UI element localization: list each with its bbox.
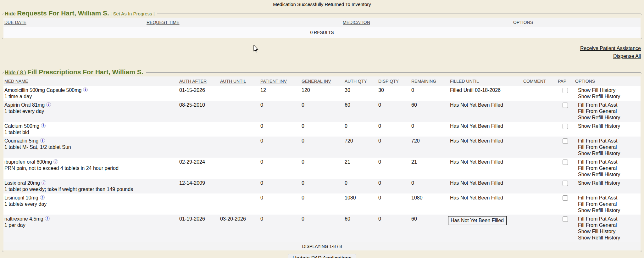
option-link[interactable]: Show Refill History — [578, 115, 641, 121]
option-link[interactable]: Show Refill History — [578, 93, 641, 100]
med-name-cell: Amoxicillin 500mg Capsule 500mgi 1 time … — [3, 86, 178, 101]
med-sig: 1 tablet bid — [4, 129, 178, 136]
option-link[interactable]: Fill From Pat Asst — [578, 195, 641, 201]
requests-section-title: Requests For Hart, William S. — [17, 9, 109, 17]
option-link[interactable]: Show Refill History — [578, 123, 641, 129]
options-cell: Show Refill History — [574, 122, 641, 137]
filled-until-status: Has Not Yet Been Filled — [450, 180, 503, 186]
pap-checkbox[interactable] — [563, 103, 568, 108]
filled-until-status: Has Not Yet Been Filled — [450, 123, 503, 129]
auth-qty-cell: 30 — [344, 86, 377, 101]
option-link[interactable]: Show Refill History — [578, 235, 641, 241]
info-icon[interactable]: i — [41, 123, 46, 128]
info-icon[interactable]: i — [46, 102, 51, 107]
option-link[interactable]: Fill From General — [578, 165, 641, 171]
info-icon[interactable]: i — [53, 159, 58, 164]
filled-until-cell: Has Not Yet Been Filled — [449, 215, 522, 242]
filled-until-status: Has Not Yet Been Filled — [450, 159, 503, 165]
info-icon[interactable]: i — [42, 180, 46, 185]
med-sig: 1 tablet po weekly; take if weight great… — [4, 186, 178, 193]
general-inv-cell: 120 — [301, 86, 344, 101]
rx-col-med-name[interactable]: MED NAME — [3, 76, 178, 86]
auth-qty-cell: 0 — [344, 122, 377, 137]
rx-col-general-inv[interactable]: GENERAL INV — [301, 76, 344, 86]
prescription-row: Lasix oral 20mgi 1 tablet po weekly; tak… — [3, 179, 641, 194]
med-name: Lasix oral 20mg — [4, 180, 40, 186]
option-link[interactable]: Fill From Pat Asst — [578, 159, 641, 165]
requests-col-due-date[interactable]: DUE DATE — [3, 18, 146, 27]
pap-cell — [557, 215, 574, 242]
pap-checkbox[interactable] — [563, 124, 568, 129]
requests-section-legend: Hide Requests For Hart, William S. | Set… — [4, 9, 157, 18]
disp-qty-cell: 30 — [377, 86, 410, 101]
filled-until-cell: Has Not Yet Been Filled — [449, 122, 522, 137]
auth-after-cell: 08-25-2010 — [178, 101, 219, 122]
remaining-cell: 60 — [410, 215, 449, 242]
action-links: Receive Patient Assistance Dispense All — [0, 44, 641, 60]
option-link[interactable]: Show Fill History — [578, 228, 641, 235]
option-link[interactable]: Fill From General — [578, 144, 641, 150]
general-inv-cell: 0 — [301, 137, 344, 158]
info-icon[interactable]: i — [45, 216, 50, 221]
pap-cell — [557, 122, 574, 137]
option-link[interactable]: Show Refill History — [578, 150, 641, 157]
option-link[interactable]: Show Fill History — [578, 87, 641, 93]
med-sig: 1 tablet M- Sat, 1/2 tablet Sun — [4, 144, 178, 150]
general-inv-cell: 0 — [301, 194, 344, 215]
auth-qty-cell: 60 — [344, 215, 377, 242]
option-link[interactable]: Fill From General — [578, 108, 641, 115]
patient-inv-cell: 0 — [259, 215, 301, 242]
pap-checkbox[interactable] — [563, 216, 568, 222]
update-pap-applications-button[interactable]: Update PAP Applications — [288, 254, 356, 258]
prescriptions-hide-link[interactable]: Hide ( 8 ) — [5, 70, 26, 75]
auth-until-cell — [219, 101, 259, 122]
pap-checkbox[interactable] — [563, 181, 568, 186]
remaining-cell: 1080 — [410, 194, 449, 215]
requests-hide-link[interactable]: Hide — [5, 11, 16, 16]
pap-checkbox[interactable] — [563, 138, 568, 144]
med-name: Lisinopril 10mg — [4, 195, 38, 200]
dispense-all-link[interactable]: Dispense All — [0, 52, 641, 60]
option-link[interactable]: Show Refill History — [578, 207, 641, 214]
rx-col-disp-qty: DISP QTY — [377, 76, 410, 86]
auth-until-cell: 03-20-2026 — [219, 215, 259, 242]
rx-col-auth-after[interactable]: AUTH AFTER — [178, 76, 219, 86]
general-inv-cell: 0 — [301, 101, 344, 122]
general-inv-cell: 0 — [301, 122, 344, 137]
option-link[interactable]: Fill From Pat Asst — [578, 138, 641, 144]
filled-until-cell: Has Not Yet Been Filled — [449, 158, 522, 179]
comment-cell — [522, 179, 557, 194]
auth-after-cell: 01-15-2026 — [178, 86, 219, 101]
options-cell: Fill From Pat AsstFill From GeneralShow … — [574, 137, 641, 158]
patient-inv-cell: 0 — [259, 158, 301, 179]
option-link[interactable]: Show Refill History — [578, 180, 641, 186]
option-link[interactable]: Fill From General — [578, 222, 641, 228]
option-link[interactable]: Fill From Pat Asst — [578, 216, 641, 222]
info-icon[interactable]: i — [40, 195, 45, 200]
rx-col-comment: COMMENT — [522, 76, 557, 86]
med-sig: 1 per day — [4, 222, 178, 228]
info-icon[interactable]: i — [40, 138, 45, 143]
pap-cell — [557, 179, 574, 194]
option-link[interactable]: Fill From Pat Asst — [578, 102, 641, 108]
set-as-in-progress-link[interactable]: Set As In Progress — [113, 11, 152, 16]
receive-patient-assistance-link[interactable]: Receive Patient Assistance — [0, 44, 641, 52]
prescription-row: ibuprofen oral 600mgi PRN pain, not to e… — [3, 158, 641, 179]
filled-until-status: Has Not Yet Been Filled — [450, 138, 503, 144]
filled-until-cell: Has Not Yet Been Filled — [449, 179, 522, 194]
requests-col-request-time[interactable]: REQUEST TIME — [146, 18, 342, 27]
med-name-cell: Aspirin Oral 81mgi 1 tablet every day — [3, 101, 178, 122]
remaining-cell: 21 — [410, 158, 449, 179]
pap-checkbox[interactable] — [563, 160, 568, 165]
rx-col-auth-until[interactable]: AUTH UNTIL — [219, 76, 259, 86]
option-link[interactable]: Show Refill History — [578, 171, 641, 178]
pap-checkbox[interactable] — [563, 195, 568, 201]
pap-cell — [557, 194, 574, 215]
requests-col-medication[interactable]: MEDICATION — [342, 18, 405, 27]
rx-col-patient-inv[interactable]: PATIENT INV — [259, 76, 301, 86]
med-name: Amoxicillin 500mg Capsule 500mg — [4, 87, 81, 93]
option-link[interactable]: Fill From General — [578, 201, 641, 207]
pap-checkbox[interactable] — [563, 88, 568, 93]
info-icon[interactable]: i — [83, 87, 88, 92]
patient-inv-cell: 0 — [259, 179, 301, 194]
